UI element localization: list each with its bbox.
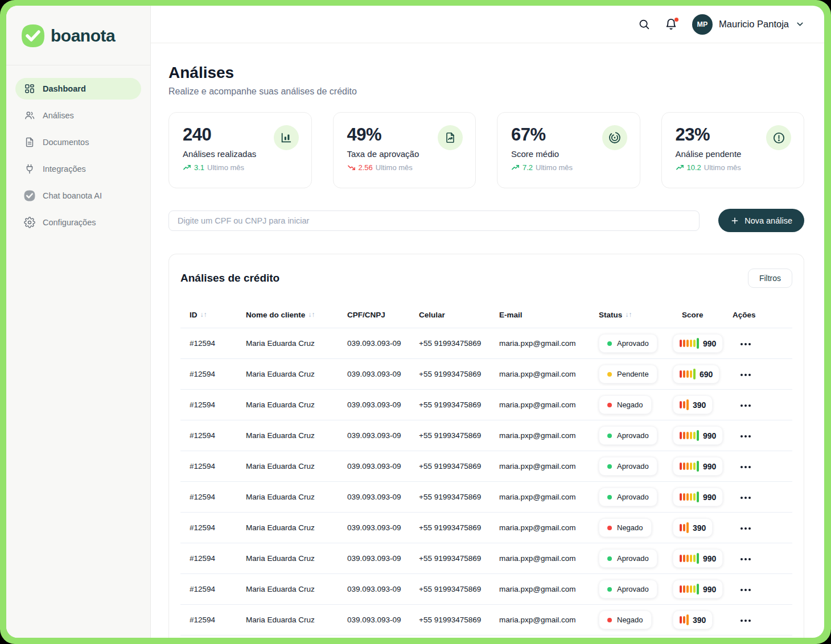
cell-id: #12594 (190, 585, 246, 593)
column-header-id[interactable]: ID↓↑ (190, 311, 246, 319)
column-header-cpf-cnpj: CPF/CNPJ (347, 311, 419, 319)
sort-icon[interactable]: ↓↑ (308, 311, 315, 319)
sidebar-item-chat-boanota-ai[interactable]: Chat boanota AI (15, 185, 141, 207)
stat-trend: 7.2 Ultimo mês (511, 163, 626, 172)
score-badge: 990 (673, 457, 723, 476)
score-bars-icon (680, 430, 699, 441)
new-analysis-button[interactable]: Nova análise (718, 209, 804, 232)
row-actions-icon[interactable] (736, 585, 755, 595)
sidebar-item-label: Análises (43, 111, 74, 120)
sidebar-item-an-lises[interactable]: Análises (15, 105, 141, 126)
sidebar-item-integra-es[interactable]: Integrações (15, 158, 141, 180)
stat-trend: 10.2 Ultimo mês (676, 163, 791, 172)
sidebar-item-label: Chat boanota AI (43, 191, 102, 200)
row-actions-icon[interactable] (736, 463, 755, 472)
cpf-cnpj-input[interactable] (168, 210, 700, 231)
bell-icon[interactable] (665, 18, 677, 31)
score-value: 390 (693, 523, 706, 532)
status-label: Aprovado (617, 554, 649, 563)
cell-cpf: 039.093.093-09 (347, 370, 419, 378)
search-row: Nova análise (168, 209, 804, 232)
column-header-status[interactable]: Status↓↑ (599, 311, 673, 319)
cell-phone: +55 91993475869 (419, 493, 499, 501)
status-dot-icon (607, 556, 612, 561)
score-value: 390 (693, 401, 706, 410)
status-label: Aprovado (617, 493, 649, 501)
stat-trend: 3.1 Ultimo mês (183, 163, 298, 172)
cell-email: maria.pxp@gmail.com (499, 616, 599, 624)
cell-email: maria.pxp@gmail.com (499, 585, 599, 593)
column-label: Nome do cliente (246, 311, 305, 319)
table-row: #12594 Maria Eduarda Cruz 039.093.093-09… (180, 328, 792, 358)
chevron-down-icon (795, 19, 805, 29)
table-row: #12594 Maria Eduarda Cruz 039.093.093-09… (180, 389, 792, 420)
user-name: Mauricio Pantoja (719, 19, 789, 30)
row-actions-icon[interactable] (736, 340, 755, 349)
score-badge: 990 (673, 580, 723, 598)
status-badge: Negado (599, 518, 652, 537)
score-badge: 990 (673, 549, 723, 568)
column-header-e-mail: E-mail (499, 311, 599, 319)
table-title: Análises de crédito (180, 272, 279, 284)
status-label: Negado (617, 616, 643, 624)
sidebar-item-configura-es[interactable]: Configurações (15, 212, 141, 233)
trend-period: Ultimo mês (207, 163, 244, 172)
sidebar-item-documentos[interactable]: Documentos (15, 131, 141, 153)
column-header-nome-do-cliente[interactable]: Nome do cliente↓↑ (246, 311, 347, 319)
trend-value: 2.56 (359, 163, 373, 172)
table-row: #12594 Maria Eduarda Cruz 039.093.093-09… (180, 451, 792, 481)
table-row: #12594 Maria Eduarda Cruz 039.093.093-09… (180, 512, 792, 543)
search-icon[interactable] (638, 18, 650, 30)
score-value: 990 (703, 431, 716, 440)
status-label: Aprovado (617, 462, 649, 470)
user-menu[interactable]: MP Mauricio Pantoja (692, 14, 805, 35)
status-label: Negado (617, 401, 643, 409)
cell-email: maria.pxp@gmail.com (499, 431, 599, 440)
stat-label: Análise pendente (676, 149, 791, 159)
cell-id: #12594 (190, 616, 246, 624)
filters-button[interactable]: Filtros (748, 269, 792, 288)
stat-label: Taxa de aprovação (347, 149, 462, 159)
trend-value: 3.1 (194, 163, 204, 172)
table-body: #12594 Maria Eduarda Cruz 039.093.093-09… (180, 328, 792, 638)
cell-name: Maria Eduarda Cruz (246, 462, 347, 470)
row-actions-icon[interactable] (736, 493, 755, 502)
row-actions-icon[interactable] (736, 432, 755, 441)
brand-logo: boanota (6, 6, 150, 48)
row-actions-icon[interactable] (736, 370, 755, 379)
sort-icon[interactable]: ↓↑ (625, 311, 632, 319)
row-actions-icon[interactable] (736, 555, 755, 564)
column-label: Ações (733, 311, 756, 319)
cell-cpf: 039.093.093-09 (347, 585, 419, 593)
status-dot-icon (607, 403, 612, 407)
trend-down-icon (347, 163, 356, 172)
column-label: E-mail (499, 311, 523, 319)
row-actions-icon[interactable] (736, 524, 755, 533)
cell-cpf: 039.093.093-09 (347, 493, 419, 501)
cell-id: #12594 (190, 493, 246, 501)
stat-card-1: 240 Análises realizadas 3.1 Ultimo mês (168, 112, 312, 188)
trend-period: Ultimo mês (536, 163, 573, 172)
sort-icon[interactable]: ↓↑ (200, 311, 207, 319)
column-label: CPF/CNPJ (347, 311, 385, 319)
column-label: ID (190, 311, 198, 319)
score-value: 990 (703, 462, 716, 471)
cell-phone: +55 91993475869 (419, 616, 499, 624)
status-badge: Aprovado (599, 457, 657, 476)
score-badge: 990 (673, 488, 723, 506)
row-actions-icon[interactable] (736, 616, 755, 625)
bar-chart-icon (274, 125, 299, 150)
stat-card-3: 67% Score médio 7.2 Ultimo mês (497, 112, 640, 188)
cell-phone: +55 91993475869 (419, 370, 499, 378)
score-value: 690 (700, 370, 713, 379)
cell-email: maria.pxp@gmail.com (499, 370, 599, 378)
cell-cpf: 039.093.093-09 (347, 431, 419, 440)
cell-name: Maria Eduarda Cruz (246, 431, 347, 440)
score-bars-icon (680, 492, 699, 502)
row-actions-icon[interactable] (736, 401, 755, 410)
status-dot-icon (607, 341, 612, 346)
new-analysis-label: Nova análise (744, 216, 792, 225)
cell-cpf: 039.093.093-09 (347, 462, 419, 470)
score-bars-icon (680, 614, 689, 625)
sidebar-item-dashboard[interactable]: Dashboard (15, 78, 141, 100)
